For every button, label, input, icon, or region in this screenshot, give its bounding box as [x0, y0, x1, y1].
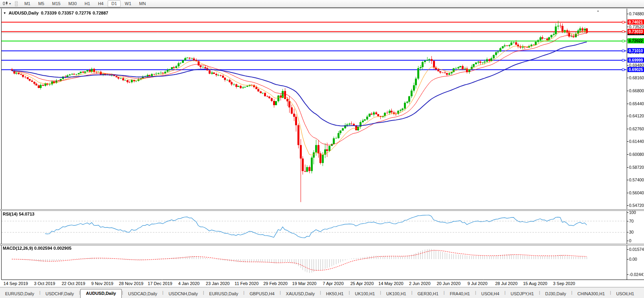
date-label: 3 Sep 2020: [553, 281, 575, 286]
chart-collapse-caret-icon[interactable]: ▼: [3, 11, 6, 15]
date-label: 28 Nov 2019: [119, 281, 143, 286]
price-tick-label: 0.68160: [629, 75, 644, 80]
pane-divider-rsi[interactable]: [0, 209, 644, 211]
price-tick-label: 0.58720: [629, 165, 644, 170]
date-label: 19 Mar 2020: [292, 281, 317, 286]
timeframe-button-M15[interactable]: M15: [49, 0, 64, 7]
toolbar-grip-handle[interactable]: [15, 1, 18, 6]
tab-GBPUSD-H4[interactable]: GBPUSD,H4: [244, 290, 280, 298]
tab-HK50-H1[interactable]: HK50,H1: [321, 290, 349, 298]
macd-tick-label: 0.015741: [629, 247, 644, 252]
ohlc-low: 0.72776: [75, 11, 91, 15]
pane-divider-macd[interactable]: [0, 244, 644, 245]
timeframe-button-MN[interactable]: MN: [136, 0, 149, 7]
symbol-tab-bar: EURUSD,Daily|USDCHF,Daily|AUDUSD,Daily|U…: [0, 287, 644, 298]
hline-price-label[interactable]: 0.72022: [627, 38, 644, 44]
timeframe-button-H4[interactable]: H4: [94, 0, 107, 7]
date-label: 14 May 2020: [378, 281, 404, 286]
macd-tick-label: -0.024412: [629, 272, 644, 277]
hline-price-label[interactable]: 0.73033: [627, 29, 644, 34]
price-tick-label: 0.62760: [629, 126, 644, 131]
date-label: 29 Feb 2020: [263, 281, 288, 286]
price-tick-label: 0.74880: [629, 11, 644, 16]
tab-GER30-H1[interactable]: GER30,H1: [413, 290, 444, 298]
rsi-indicator-label: RSI(14) 54.0713: [3, 212, 35, 216]
tab-XAUUSD-Daily[interactable]: XAUUSD,Daily: [281, 290, 320, 298]
date-label: 28 Jul 2020: [495, 281, 517, 286]
time-axis: 14 Sep 20193 Oct 201922 Oct 20199 Nov 20…: [0, 280, 644, 288]
tab-DJ30-Daily[interactable]: DJ30,Daily: [540, 290, 571, 298]
price-tick-label: 0.54720: [629, 203, 644, 208]
tab-USDJPY-H1[interactable]: USDJPY,H1: [506, 290, 539, 298]
date-label: 25 Apr 2020: [350, 281, 374, 286]
price-tick-label: 0.65440: [629, 101, 644, 106]
rsi-tick-label: 0: [629, 238, 631, 243]
chart-header: ▼ AUDUSD,Daily 0.73339 0.73357 0.72776 0…: [3, 11, 108, 15]
tab-USDCAD-Daily[interactable]: USDCAD,Daily: [123, 290, 162, 298]
price-tick-label: 0.64120: [629, 113, 644, 118]
rsi-tick-label: 30: [629, 230, 634, 234]
hline-price-label[interactable]: 0.69025: [627, 67, 644, 72]
price-tick-label: 0.66800: [629, 88, 644, 93]
tab-EURUSD-Daily[interactable]: EURUSD,Daily: [0, 290, 39, 298]
chart-shift-marker[interactable]: ▲: [596, 9, 600, 13]
tab-USDCHF-Daily[interactable]: USDCHF,Daily: [40, 290, 79, 298]
ohlc-open: 0.73339: [41, 11, 57, 15]
ohlc-high: 0.73357: [58, 11, 74, 15]
tab-FRA40-H1[interactable]: FRA40,H1: [445, 290, 475, 298]
date-label: 4 Jan 2020: [178, 281, 199, 286]
date-label: 15 Aug 2020: [523, 281, 547, 286]
date-label: 7 Apr 2020: [323, 281, 343, 286]
tab-USOil-H4[interactable]: USOil,H4: [476, 290, 505, 298]
timeframe-button-H1[interactable]: H1: [81, 0, 94, 7]
macd-indicator-label: MACD(12,26,9) 0.002594 0.002905: [3, 246, 72, 250]
mt4-application: ▼ M1M5M15M30H1H4D1W1MN ▼ AUDUSD,Daily 0.…: [0, 0, 644, 298]
price-tick-label: 0.73520: [629, 24, 644, 29]
date-label: 9 Nov 2019: [91, 281, 113, 286]
chart-title: AUDUSD,Daily: [9, 11, 39, 15]
date-label: 2 Jun 2020: [409, 281, 430, 286]
date-label: 22 Oct 2019: [62, 281, 85, 286]
date-label: 20 Jun 2020: [437, 281, 461, 286]
timeframe-button-W1[interactable]: W1: [121, 0, 135, 7]
hline-price-label[interactable]: 0.71010: [627, 48, 644, 53]
tab-EURUSD-Daily[interactable]: EURUSD,Daily: [204, 290, 243, 298]
date-label: 9 Jul 2020: [468, 281, 488, 286]
chart-type-button[interactable]: ▼: [2, 1, 13, 6]
candlestick-chart-icon: [3, 1, 8, 6]
timeframe-toolbar: ▼ M1M5M15M30H1H4D1W1MN: [0, 0, 644, 7]
date-label: 11 Feb 2020: [235, 281, 259, 286]
date-label: 14 Sep 2019: [4, 281, 28, 286]
price-tick-label: 0.61440: [629, 139, 644, 144]
timeframe-button-D1[interactable]: D1: [108, 0, 120, 7]
tab-AUDUSD-Daily[interactable]: AUDUSD,Daily: [80, 289, 122, 298]
timeframe-button-M1[interactable]: M1: [21, 0, 34, 7]
ohlc-close: 0.72887: [93, 11, 108, 15]
price-tick-label: 0.57400: [629, 177, 644, 182]
chart-canvas[interactable]: [0, 8, 644, 288]
tab-UK100-H1[interactable]: UK100,H1: [350, 290, 380, 298]
timeframe-button-M5[interactable]: M5: [35, 0, 48, 7]
date-label: 17 Dec 2019: [148, 281, 172, 286]
timeframe-button-M30[interactable]: M30: [65, 0, 80, 7]
date-label: 23 Jan 2020: [206, 281, 230, 286]
tab-UK100-H1[interactable]: UK100,H1: [381, 290, 411, 298]
price-tick-label: 0.60080: [629, 152, 644, 157]
hline-price-label[interactable]: 0.74021: [627, 19, 644, 24]
macd-tick-label: 0.00: [629, 257, 637, 261]
hline-price-label[interactable]: 0.69999: [627, 58, 644, 63]
tab-CHINA300-H1[interactable]: CHINA300,H1: [572, 290, 610, 298]
date-label: 3 Oct 2019: [34, 281, 55, 286]
tab-USOil-H1[interactable]: USOil,H1: [611, 290, 639, 298]
chart-window: ▼ AUDUSD,Daily 0.73339 0.73357 0.72776 0…: [0, 7, 644, 287]
chart-type-dropdown-caret-icon[interactable]: ▼: [9, 2, 11, 5]
tab-USDCNH-Daily[interactable]: USDCNH,Daily: [163, 290, 203, 298]
rsi-tick-label: 70: [629, 219, 634, 223]
price-tick-label: 0.56040: [629, 190, 644, 195]
